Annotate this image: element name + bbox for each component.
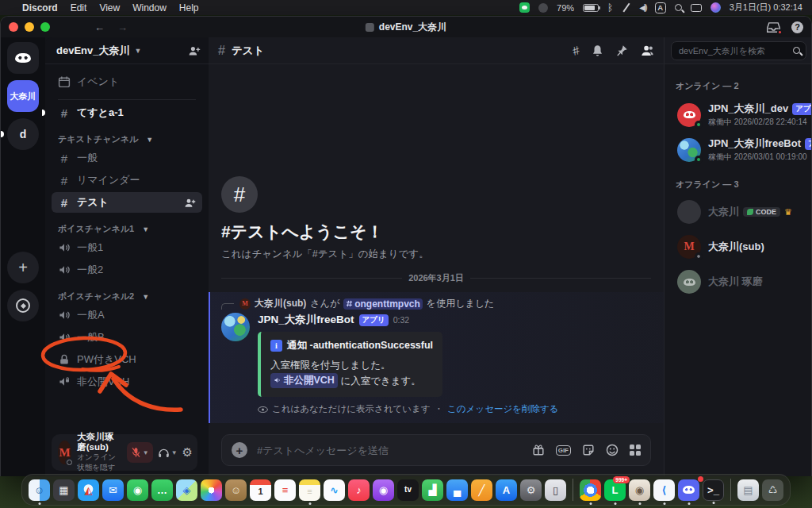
dock-maps[interactable]: ◈	[176, 479, 197, 501]
dock-reminders[interactable]: ≡	[274, 479, 296, 501]
utility-status-icon[interactable]	[538, 3, 548, 13]
member-row[interactable]: M 大奈川(sub)	[674, 232, 803, 262]
user-avatar[interactable]: M	[58, 441, 71, 464]
nav-back-button[interactable]: ←	[94, 21, 105, 33]
dock-podcasts[interactable]: ◉	[373, 479, 394, 501]
voice-pw-vch[interactable]: PW付きVCH	[52, 349, 202, 370]
dock-chrome[interactable]	[580, 479, 601, 501]
message-input[interactable]	[255, 444, 524, 457]
server-icon-active[interactable]: 大奈川	[7, 80, 39, 112]
line-status-icon[interactable]	[519, 2, 530, 13]
user-area[interactable]: M 大奈川琢磨(sub) オンライン状態を隠す ▼ ▼ ⚙	[52, 434, 197, 471]
channel-tesuto-a1[interactable]: # てすとa-1	[52, 102, 202, 123]
nav-forward-button[interactable]: →	[117, 21, 128, 33]
attach-plus-icon[interactable]: +	[232, 442, 247, 458]
zoom-window-button[interactable]	[40, 22, 50, 32]
dock-vscode[interactable]: ⟨	[653, 479, 675, 501]
spotlight-icon[interactable]	[675, 4, 682, 11]
menu-edit[interactable]: Edit	[71, 2, 87, 13]
channel-test-selected[interactable]: #テスト	[52, 192, 202, 213]
channel-reminder[interactable]: #リマインダー	[52, 170, 202, 190]
sidebar-item-events[interactable]: イベント	[52, 71, 202, 92]
display-icon[interactable]	[691, 4, 702, 12]
invite-people-icon[interactable]	[188, 45, 201, 56]
channel-general[interactable]: #一般	[52, 148, 202, 168]
voice-general1[interactable]: 一般1	[52, 237, 202, 258]
dock-music[interactable]: ♪	[348, 479, 370, 501]
dock-tv[interactable]: tv	[397, 479, 419, 501]
minimize-window-button[interactable]	[25, 22, 34, 32]
input-source-icon[interactable]: A	[655, 2, 666, 13]
dock-iphone-mirroring[interactable]: ▯	[545, 479, 566, 501]
bot-avatar[interactable]	[221, 313, 250, 341]
voice-generalB[interactable]: 一般B	[52, 327, 202, 348]
server-icon-d[interactable]: d	[7, 118, 39, 150]
member-row[interactable]: 大奈川 琢磨	[674, 267, 803, 297]
dock-animal-app[interactable]: ◉	[629, 479, 650, 501]
pin-icon[interactable]	[616, 44, 628, 56]
voice-channel-chip[interactable]: 非公開VCH	[270, 373, 338, 388]
dock-numbers[interactable]: ▟	[422, 479, 443, 501]
add-server-button[interactable]: +	[7, 252, 39, 283]
dock-line[interactable]: L999+	[604, 479, 626, 501]
dock-keynote[interactable]: ▄	[446, 479, 468, 501]
dock-messages[interactable]: …	[151, 479, 173, 501]
dock-pages[interactable]: ╱	[471, 479, 492, 501]
inbox-button[interactable]	[767, 21, 780, 33]
emoji-icon[interactable]	[606, 444, 619, 456]
notifications-bell-icon[interactable]	[592, 44, 603, 57]
member-row[interactable]: JPN_大奈川freeBotアプリ 稼働中 2026/03/01 00:19:0…	[674, 133, 803, 166]
apps-icon[interactable]	[630, 444, 641, 456]
category-voice-1[interactable]: ボイスチャンネル1▼	[58, 223, 202, 235]
dock-freeform[interactable]: ∿	[324, 479, 345, 501]
context-username[interactable]: 大奈川(sub)	[255, 297, 306, 310]
deafen-button[interactable]: ▼	[158, 448, 178, 458]
dock-settings[interactable]: ⚙	[520, 479, 542, 501]
menubar-clock[interactable]: 3月1日(日) 0:32:14	[730, 2, 802, 13]
dock-terminal[interactable]: >_	[703, 479, 724, 501]
member-row[interactable]: 大奈川 CODE ♛	[674, 197, 803, 227]
command-chip[interactable]: ongenttmpvch	[343, 298, 423, 310]
member-row[interactable]: JPN_大奈川_devアプリ 稼働中 2026/02/28 22:40:14	[674, 98, 803, 131]
dock-launchpad[interactable]: ▦	[53, 479, 75, 501]
bluetooth-icon[interactable]: ᛒ	[607, 2, 613, 13]
home-button[interactable]	[7, 42, 39, 74]
category-voice-2[interactable]: ボイスチャンネル2▼	[58, 291, 202, 302]
dock-calendar[interactable]: 1	[250, 479, 271, 501]
dock-finder[interactable]: ☺	[29, 479, 50, 501]
delete-message-link[interactable]: このメッセージを削除する	[447, 403, 558, 415]
server-header[interactable]: devEnv_大奈川 ▼	[45, 37, 209, 64]
voice-generalA[interactable]: 一般A	[52, 305, 202, 325]
dock-notes[interactable]: ≡	[299, 479, 320, 501]
menu-window[interactable]: Window	[132, 2, 167, 13]
explore-servers-button[interactable]	[7, 290, 39, 321]
dock-contacts[interactable]: ☺	[225, 479, 247, 501]
threads-icon[interactable]: #	[570, 43, 580, 58]
sticker-icon[interactable]	[582, 444, 595, 456]
dock-trash[interactable]: ♺	[762, 479, 783, 501]
bot-author-name[interactable]: JPN_大奈川freeBot	[258, 313, 354, 327]
invite-to-channel-icon[interactable]	[184, 198, 196, 208]
voice-private-vch[interactable]: 非公開VCH	[52, 371, 202, 392]
pen-status-icon[interactable]	[622, 3, 630, 12]
dock-safari[interactable]: ◭	[78, 479, 99, 501]
message-input-bar[interactable]: + GIF	[221, 434, 651, 466]
menu-discord[interactable]: Discord	[22, 2, 58, 13]
mic-mute-button[interactable]: ▼	[127, 442, 153, 463]
menu-help[interactable]: Help	[179, 2, 199, 13]
menu-view[interactable]: View	[99, 2, 120, 13]
members-toggle-icon[interactable]	[641, 44, 654, 56]
help-button[interactable]: ?	[791, 21, 803, 33]
settings-gear-icon[interactable]: ⚙	[182, 445, 193, 460]
search-input[interactable]	[677, 45, 793, 56]
siri-icon[interactable]	[710, 2, 721, 13]
gif-icon[interactable]: GIF	[556, 445, 571, 456]
message-scroll-area[interactable]: # #テストへようこそ！ これはチャンネル「#テスト」の始まりです。 2026年…	[209, 64, 664, 428]
dock-appstore[interactable]: A	[496, 479, 517, 501]
dock-photos[interactable]	[201, 479, 222, 501]
dock-mail[interactable]: ✉	[102, 479, 124, 501]
dock-facetime[interactable]: ◉	[127, 479, 148, 501]
server-search[interactable]	[671, 41, 806, 60]
gift-icon[interactable]	[532, 444, 545, 456]
close-window-button[interactable]	[9, 22, 18, 32]
